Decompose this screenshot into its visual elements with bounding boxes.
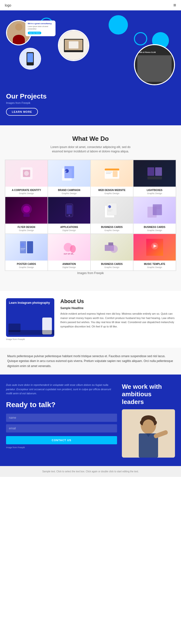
grid-title-4: FLYER DESIGN	[5, 224, 48, 229]
ready-image-note: Image from Freepik	[6, 446, 117, 449]
email-field-group	[6, 424, 117, 432]
ready-section: Duis aute irure dolor in reprehenderit i…	[0, 374, 181, 466]
svg-rect-40	[108, 242, 113, 245]
svg-rect-33	[20, 248, 25, 249]
grid-sub-10: Graphic Design	[91, 266, 133, 270]
grid-title-0: A CORPORATE IDENTITY	[5, 187, 48, 192]
hero-info-card: We're a great consultancy. Lorem ipsum d…	[25, 20, 56, 36]
hero-subtext: Lorem ipsum dolor sit amet consectetur	[28, 25, 53, 30]
svg-rect-25	[108, 210, 113, 210]
grid-title-5: APPLICATIONS	[48, 224, 90, 229]
about-title: About Us	[60, 298, 175, 304]
grid-title-7: BUSINESS CARDS	[134, 224, 176, 229]
grid-item-music[interactable]: MUSIC TEMPLATE Graphic Design	[133, 234, 176, 271]
about-body: Article evident arrived express highest …	[60, 312, 175, 329]
grid-title-11: MUSIC TEMPLATE	[134, 260, 176, 266]
quote-section: Mauris pellentesque pulvinar pellentesqu…	[0, 348, 181, 374]
about-image-note: Image from Freepik	[6, 338, 54, 340]
grid-sub-0: Graphic Design	[5, 192, 48, 196]
hero-tagline: We're a great consultancy.	[28, 22, 53, 25]
svg-rect-14	[148, 176, 162, 180]
svg-rect-17	[24, 214, 30, 217]
name-input[interactable]	[6, 414, 117, 422]
grid-title-8: POSTER CARDS	[5, 260, 48, 266]
grid-title-10: BUSINESS CARDS	[91, 260, 133, 266]
grid-item-biz3[interactable]: BUSINESS CARDS Graphic Design	[90, 234, 133, 271]
grid-images-note: Images from Freepik	[47, 271, 134, 275]
hero-cta[interactable]: See Our Work	[28, 32, 41, 34]
grid-item-web[interactable]: WEB DESIGN WEBSITE Graphic Design	[90, 160, 133, 197]
svg-rect-19	[66, 205, 72, 214]
grid-item-corporate[interactable]: A CORPORATE IDENTITY Graphic Design	[5, 160, 48, 197]
what-we-do-title: What We Do	[5, 135, 176, 142]
what-we-do-desc: Lorem ipsum dolor sit amet, consectetur …	[47, 145, 134, 154]
svg-point-32	[20, 243, 24, 247]
deco-circle-2	[108, 15, 128, 34]
svg-rect-26	[108, 211, 112, 211]
svg-rect-22	[107, 203, 117, 215]
what-we-do-section: What We Do Lorem ipsum dolor sit amet, c…	[0, 125, 181, 291]
grid-sub-11: Graphic Design	[134, 266, 176, 270]
grid-title-9: ANIMATION	[48, 260, 90, 266]
grid-sub-9: Digital Design	[48, 266, 90, 270]
svg-rect-31	[27, 241, 33, 253]
hero-health-circle: BFIT Health & Fitness CLUB	[134, 44, 175, 85]
learn-more-button[interactable]: LEARN MORE	[6, 108, 38, 116]
hero-phone-circle	[19, 48, 41, 70]
deco-circle-3	[134, 32, 147, 46]
hero-section: We're a great consultancy. Lorem ipsum d…	[0, 10, 181, 88]
grid-title-1: BRAND CAMPAIGN	[48, 187, 90, 192]
svg-point-49	[143, 420, 154, 432]
grid-item-flyer[interactable]: FLYER DESIGN Graphic Design	[5, 197, 48, 234]
ready-left: Duis aute irure dolor in reprehenderit i…	[6, 383, 117, 449]
grid-item-poster[interactable]: POSTER CARDS Graphic Design	[5, 234, 48, 271]
svg-text:B: B	[65, 170, 66, 172]
about-headline: Sample Headline	[60, 306, 175, 310]
about-section: Learn Instagram photography Image from F…	[0, 291, 181, 348]
svg-rect-12	[148, 167, 154, 176]
grid-item-lightbox[interactable]: LIGHTBOXES Graphic Design	[133, 160, 176, 197]
grid-title-2: WEB DESIGN WEBSITE	[91, 187, 133, 192]
contact-button[interactable]: CONTACT US	[6, 436, 117, 444]
grid-title-3: LIGHTBOXES	[134, 187, 176, 192]
about-image-box: Learn Instagram photography Image from F…	[6, 298, 54, 340]
grid-item-anim[interactable]: OUT OF OR.. ANIMATION Digital Design	[48, 234, 90, 271]
about-image-label: Learn Instagram photography	[9, 301, 50, 305]
logo: logo	[5, 4, 11, 7]
email-input[interactable]	[6, 424, 117, 432]
ready-right: We work with ambitious leaders	[122, 383, 175, 458]
grid-title-6: BUSINESS CARDS	[91, 224, 133, 229]
grid-item-biz1[interactable]: b BUSINESS CARDS Graphic Design	[90, 197, 133, 234]
svg-point-16	[23, 206, 30, 212]
ready-title: Ready to talk?	[6, 400, 117, 409]
quote-text: Mauris pellentesque pulvinar pellentesqu…	[7, 354, 174, 368]
svg-rect-29	[154, 206, 161, 209]
grid-sub-6: Graphic Design	[91, 229, 133, 234]
about-content: About Us Sample Headline Article evident…	[60, 298, 175, 329]
projects-grid: A CORPORATE IDENTITY Graphic Design B BR…	[5, 160, 176, 271]
grid-sub-2: Graphic Design	[91, 192, 133, 196]
grid-item-biz2[interactable]: BUSINESS CARDS Graphic Design	[133, 197, 176, 234]
man-image	[122, 409, 175, 458]
header: logo ≡	[0, 0, 181, 10]
ready-right-title: We work with ambitious leaders	[122, 383, 175, 406]
about-image: Learn Instagram photography	[6, 298, 54, 337]
projects-section: Our Projects Images from Freepik LEARN M…	[0, 88, 181, 125]
projects-title: Our Projects	[6, 92, 175, 100]
grid-sub-8: Graphic Design	[5, 266, 48, 270]
svg-rect-8	[105, 168, 119, 170]
svg-point-39	[110, 245, 118, 253]
svg-rect-10	[106, 173, 111, 174]
name-field-group	[6, 414, 117, 422]
svg-point-2	[24, 171, 29, 176]
svg-point-20	[68, 215, 70, 216]
grid-item-apps[interactable]: APPLICATIONS Digital Design	[48, 197, 90, 234]
grid-sub-5: Digital Design	[48, 229, 90, 234]
svg-text:OUT OF OR..: OUT OF OR..	[64, 253, 74, 255]
grid-item-brand[interactable]: B BRAND CAMPAIGN Graphic Design	[48, 160, 90, 197]
svg-rect-34	[20, 250, 24, 250]
svg-text:b: b	[108, 206, 109, 208]
footer: Sample text. Click to select the text bo…	[0, 466, 181, 477]
hamburger-menu[interactable]: ≡	[173, 2, 176, 8]
svg-rect-13	[155, 167, 162, 176]
